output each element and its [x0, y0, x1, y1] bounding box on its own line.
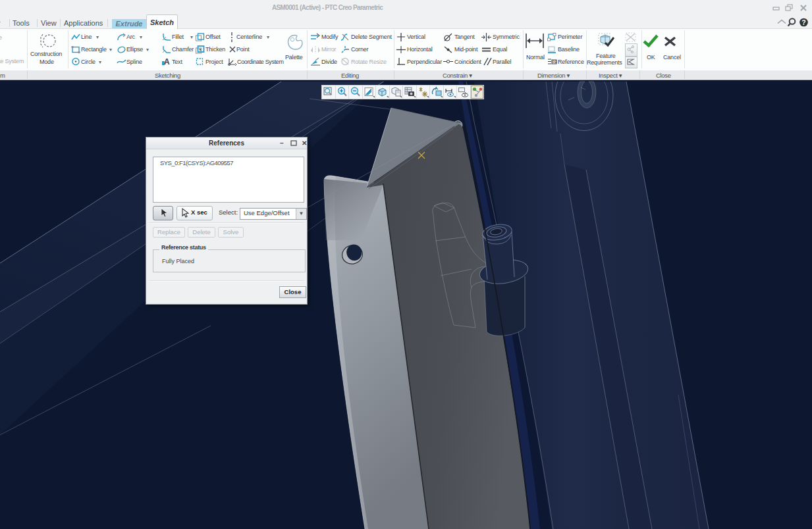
svg-text:?: ?	[801, 18, 805, 26]
svg-text:A: A	[164, 57, 170, 66]
svg-text:REF: REF	[553, 60, 557, 64]
